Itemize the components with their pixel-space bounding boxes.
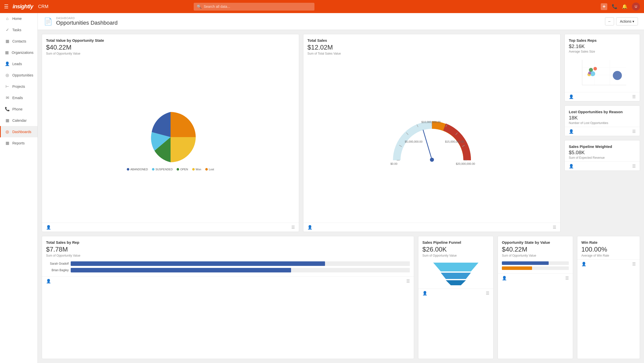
- sidebar-label-emails: Emails: [12, 96, 23, 100]
- legend-open: OPEN: [177, 168, 188, 171]
- sidebar-item-tasks[interactable]: ✓ Tasks: [0, 24, 37, 35]
- search-input[interactable]: [204, 5, 311, 9]
- pie-container: ABANDONED SUSPENDED OPEN: [46, 109, 295, 171]
- table-icon-3: ☰: [632, 94, 636, 99]
- total-sales-subtitle: Sum of Total Sales Value: [307, 52, 556, 55]
- spf-footer: 👤 ☰: [418, 289, 493, 298]
- sidebar-label-opportunities: Opportunities: [12, 73, 33, 77]
- pie-legend: ABANDONED SUSPENDED OPEN: [127, 168, 214, 171]
- spw-subtitle: Sum of Expected Revenue: [569, 156, 636, 159]
- svg-point-27: [613, 71, 622, 80]
- tsbr-subtitle: Sum of Opportunity Value: [46, 254, 410, 257]
- right-column: Top Sales Reps $2.16K Average Sales Size: [565, 34, 640, 232]
- top-sales-reps-subtitle: Average Sales Size: [569, 50, 636, 53]
- wr-header: Win Rate 100.00% Average of Win Rate: [577, 236, 640, 259]
- lost-opportunities-card: Lost Opportunities by Reason 18K Number …: [565, 105, 640, 136]
- hamburger-menu[interactable]: ☰: [4, 4, 9, 10]
- osv-header: Opportunity State by Value $40.22M Sum o…: [498, 236, 573, 259]
- dashboard-grid: Total Value by Opportunity State $40.22M…: [38, 30, 644, 363]
- hbar-track-1: [71, 261, 410, 266]
- tsbr-header: Total Sales by Rep $7.78M Sum of Opportu…: [42, 236, 414, 259]
- sidebar-item-dashboards[interactable]: ◎ Dashboards: [0, 126, 37, 137]
- dashboards-icon: ◎: [5, 129, 10, 134]
- sidebar-item-emails[interactable]: ✉ Emails: [0, 92, 37, 103]
- user-icon-6: 👤: [46, 279, 51, 284]
- spf-value: $26.00K: [422, 246, 489, 253]
- legend-lost: Lost: [205, 168, 214, 171]
- tsbr-footer: 👤 ☰: [42, 276, 414, 286]
- sidebar: ⌂ Home ✓ Tasks ▦ Contacts ▦ Organization…: [0, 13, 38, 363]
- table-icon-9: ☰: [632, 262, 636, 266]
- total-sales-header: Total Sales $12.02M Sum of Total Sales V…: [303, 34, 560, 57]
- table-icon-2: ☰: [553, 225, 556, 230]
- pie-chart: [143, 109, 198, 165]
- total-sales-title: Total Sales: [307, 38, 556, 43]
- sales-pipeline-funnel-card: Sales Pipeline Funnel $26.00K Sum of Opp…: [418, 236, 494, 359]
- sidebar-item-organizations[interactable]: ▦ Organizations: [0, 47, 37, 58]
- calendar-icon: ▦: [5, 118, 10, 123]
- top-sales-reps-header: Top Sales Reps $2.16K Average Sales Size: [565, 34, 640, 55]
- actions-button[interactable]: Actions ▾: [616, 17, 638, 25]
- tasks-icon: ✓: [5, 27, 10, 32]
- opportunities-icon: ◎: [5, 73, 10, 77]
- svg-point-23: [593, 67, 597, 70]
- search-icon: 🔍: [197, 4, 202, 9]
- add-icon[interactable]: +: [601, 3, 607, 10]
- wr-value: 100.00%: [581, 246, 636, 253]
- sidebar-label-contacts: Contacts: [12, 39, 26, 43]
- table-icon-6: ☰: [406, 279, 410, 284]
- phone-icon[interactable]: 📞: [612, 4, 617, 9]
- top-sales-reps-card: Top Sales Reps $2.16K Average Sales Size: [565, 34, 640, 101]
- legend-dot-lost: [205, 168, 208, 171]
- total-value-card: Total Value by Opportunity State $40.22M…: [42, 34, 299, 232]
- legend-suspended: SUSPENDED: [152, 168, 173, 171]
- legend-dot-suspended: [152, 168, 154, 171]
- osv-footer: 👤 ☰: [498, 273, 573, 283]
- total-value-subtitle: Sum of Opportunity Value: [46, 52, 295, 55]
- back-button[interactable]: ←: [605, 17, 614, 25]
- sidebar-item-contacts[interactable]: ▦ Contacts: [0, 35, 37, 47]
- legend-won: Won: [192, 168, 201, 171]
- legend-dot-won: [192, 168, 195, 171]
- total-value-footer: 👤 ☰: [42, 223, 299, 232]
- sidebar-label-home: Home: [12, 17, 22, 21]
- avatar[interactable]: U: [632, 3, 640, 11]
- sidebar-label-calendar: Calendar: [12, 118, 27, 123]
- sidebar-item-opportunities[interactable]: ◎ Opportunities: [0, 69, 37, 81]
- table-icon-4: ☰: [632, 129, 636, 134]
- sidebar-item-leads[interactable]: 👤 Leads: [0, 58, 37, 69]
- state-bar-row-2: [502, 266, 569, 270]
- hbar-row-2: Brian Bagley: [46, 268, 410, 272]
- sidebar-item-projects[interactable]: ⊢ Projects: [0, 81, 37, 92]
- sidebar-item-calendar[interactable]: ▦ Calendar: [0, 115, 37, 126]
- hbar-row-1: Sarah Gradolf: [46, 261, 410, 266]
- page-header: 📄 DASHBOARD Opportunities Dashboard ← Ac…: [38, 13, 644, 30]
- top-sales-reps-value: $2.16K: [569, 44, 636, 49]
- legend-abandoned: ABANDONED: [127, 168, 148, 171]
- wr-title: Win Rate: [581, 240, 636, 245]
- total-value-title: Total Value by Opportunity State: [46, 38, 295, 43]
- sidebar-item-home[interactable]: ⌂ Home: [0, 13, 37, 24]
- sidebar-label-leads: Leads: [12, 62, 22, 66]
- sidebar-item-reports[interactable]: ▦ Reports: [0, 137, 37, 149]
- hbar-track-2: [71, 268, 410, 272]
- user-icon-2: 👤: [307, 225, 312, 230]
- spw-value: $5.08K: [569, 150, 636, 155]
- nav-icons: + 📞 🔔 U: [601, 3, 640, 11]
- osv-value: $40.22M: [502, 246, 569, 253]
- dashboard-icon: 📄: [44, 17, 53, 26]
- legend-dot-open: [177, 168, 179, 171]
- sales-pipeline-weighted-card: Sales Pipeline Weighted $5.08K Sum of Ex…: [565, 140, 640, 171]
- state-bar-fill-1: [502, 261, 549, 265]
- sidebar-item-phone[interactable]: 📞 Phone: [0, 103, 37, 115]
- hbar-label-1: Sarah Gradolf: [46, 262, 69, 265]
- sidebar-label-organizations: Organizations: [12, 51, 33, 55]
- reports-icon: ▦: [5, 141, 10, 145]
- sidebar-label-dashboards: Dashboards: [12, 130, 31, 134]
- bell-icon[interactable]: 🔔: [622, 4, 627, 9]
- svg-marker-29: [441, 273, 471, 279]
- opportunity-state-card: Opportunity State by Value $40.22M Sum o…: [498, 236, 573, 359]
- bottom-row: Total Sales by Rep $7.78M Sum of Opportu…: [42, 236, 640, 359]
- total-sales-body: $0.00 $5,000,000.00 $10,000,000.00 $15,0…: [303, 57, 560, 223]
- lost-opp-subtitle: Number of Lost Opportunities: [569, 121, 636, 125]
